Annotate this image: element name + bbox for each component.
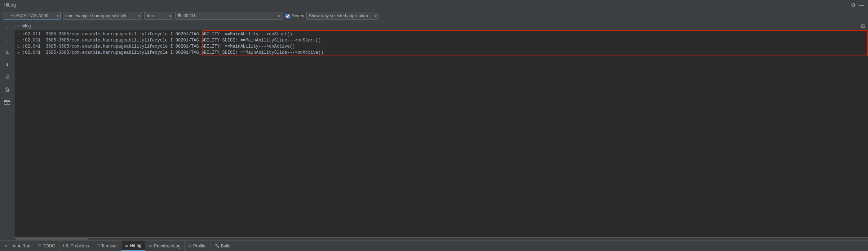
log-line-2-icon: ↓: [14, 38, 22, 43]
tab-profiler-label: Profiler: [193, 243, 207, 248]
expand-button[interactable]: »: [3, 243, 10, 248]
clear-button[interactable]: 🗑: [3, 85, 12, 94]
settings-icon[interactable]: ⚙: [851, 2, 856, 8]
bottom-toolbar: » ▶ 4: Run ☰ TODO ℹ 6: Problems ⊡ Termin…: [0, 240, 868, 251]
tab-build[interactable]: 🔧 Build: [211, 241, 235, 251]
previewerlog-icon: ▭: [149, 243, 152, 248]
log-sidebar: ↑ ↓ ⇅ ⬇ 🖨 🗑 📷: [0, 22, 14, 240]
app-select[interactable]: com.example.hanrupageabilityli: [63, 12, 142, 20]
log-content[interactable]: ↑ :02.011 3685-3685/com.example.hanrupag…: [14, 30, 868, 237]
log-lines-wrapper: ↑ :02.011 3685-3685/com.example.hanrupag…: [14, 30, 868, 56]
title-bar: HiLog ⚙ —: [0, 0, 868, 10]
log-line-2-text: :02.031 3685-3685/com.example.hanrupagea…: [22, 38, 868, 43]
tab-todo[interactable]: ☰ TODO: [34, 241, 59, 251]
minimize-icon[interactable]: —: [859, 2, 864, 8]
scroll-top-button[interactable]: ⇅: [3, 48, 12, 57]
tab-hilog-label: HiLog: [130, 243, 141, 248]
show-only-select[interactable]: Show only selected application No filter…: [306, 12, 378, 20]
log-header-left: ≡ hilog: [17, 23, 31, 28]
scrollbar-thumb[interactable]: [16, 238, 88, 240]
log-line-3-text: :02.041 3685-3685/com.example.hanrupagea…: [22, 44, 868, 49]
log-line-1-icon: ↑: [14, 31, 22, 37]
tab-hilog[interactable]: ☰ HiLog: [121, 241, 145, 251]
scrollbar-row[interactable]: [14, 237, 868, 240]
title-bar-actions: ⚙ —: [851, 2, 864, 8]
log-panel-title: hilog: [22, 23, 31, 28]
screenshot-button[interactable]: 📷: [3, 97, 12, 106]
log-line-3: ⇅ :02.041 3685-3685/com.example.hanrupag…: [14, 43, 868, 50]
app-title: HiLog: [4, 2, 16, 8]
regex-text: Regex: [292, 13, 304, 18]
search-wrapper: 🔍 ✕: [175, 12, 283, 20]
device-select-wrapper: ☐ HUAWEI TAS-AL00 ▾: [3, 12, 61, 20]
tab-previewerlog[interactable]: ▭ PreviewerLog: [145, 241, 184, 251]
tab-problems[interactable]: ℹ 6: Problems: [59, 241, 93, 251]
log-container: ↑ ↓ ⇅ ⬇ 🖨 🗑 📷 ≡ hilog ⊞ ↑ :02.011 3685-3…: [0, 22, 868, 240]
profiler-icon: ◎: [188, 243, 192, 248]
log-header: ≡ hilog ⊞: [14, 22, 868, 30]
menu-icon: ≡: [17, 23, 20, 28]
tab-problems-label: 6: Problems: [66, 243, 89, 248]
run-icon: ▶: [13, 243, 16, 248]
print-button[interactable]: 🖨: [3, 72, 12, 82]
toolbar: ☐ HUAWEI TAS-AL00 ▾ com.example.hanrupag…: [0, 10, 868, 22]
regex-checkbox[interactable]: [285, 14, 290, 18]
regex-label[interactable]: Regex: [285, 13, 304, 18]
build-icon: 🔧: [214, 243, 220, 248]
format-icon[interactable]: ⊞: [861, 23, 865, 29]
log-line-4-text: :02.041 3685-3685/com.example.hanrupagea…: [22, 50, 868, 55]
tab-run-label: 4: Run: [18, 243, 30, 248]
log-line-4-icon: ⇵: [14, 50, 22, 55]
level-select[interactable]: Info Verbose Debug Warn Error: [144, 12, 173, 20]
todo-icon: ☰: [38, 243, 41, 248]
terminal-icon: ⊡: [97, 243, 100, 248]
problems-icon: ℹ: [63, 243, 65, 248]
scroll-up-button[interactable]: ↑: [3, 23, 12, 33]
device-select[interactable]: HUAWEI TAS-AL00: [3, 12, 61, 20]
search-clear-icon[interactable]: ✕: [277, 13, 281, 19]
level-select-wrapper: Info Verbose Debug Warn Error ▾: [144, 12, 173, 20]
log-line-1-text: :02.011 3685-3685/com.example.hanrupagea…: [22, 32, 868, 37]
log-line-1: ↑ :02.011 3685-3685/com.example.hanrupag…: [14, 31, 868, 37]
log-main: ≡ hilog ⊞ ↑ :02.011 3685-3685/com.exampl…: [14, 22, 868, 240]
log-line-2: ↓ :02.031 3685-3685/com.example.hanrupag…: [14, 37, 868, 43]
log-line-4: ⇵ :02.041 3685-3685/com.example.hanrupag…: [14, 50, 868, 56]
app-select-wrapper: com.example.hanrupageabilityli ▾: [63, 12, 142, 20]
tab-todo-label: TODO: [43, 243, 55, 248]
tab-terminal-label: Terminal: [101, 243, 118, 248]
tab-profiler[interactable]: ◎ Profiler: [185, 241, 211, 251]
hilog-tab-icon: ☰: [125, 243, 129, 248]
tab-terminal[interactable]: ⊡ Terminal: [93, 241, 121, 251]
tab-build-label: Build: [221, 243, 231, 248]
tab-run[interactable]: ▶ 4: Run: [10, 241, 34, 251]
scroll-bottom-button[interactable]: ⬇: [3, 60, 12, 70]
scroll-down-button[interactable]: ↓: [3, 36, 12, 45]
log-line-3-icon: ⇅: [14, 44, 22, 49]
tab-previewerlog-label: PreviewerLog: [154, 243, 180, 248]
search-input[interactable]: [175, 12, 283, 20]
show-only-wrapper: Show only selected application No filter…: [306, 12, 378, 20]
